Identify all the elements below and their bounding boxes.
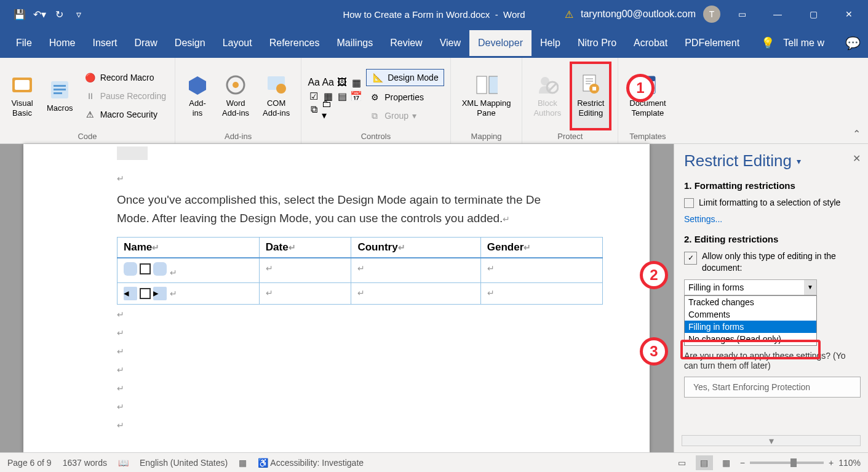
save-icon[interactable]: 💾 xyxy=(12,7,27,22)
column-header[interactable]: Date↵ xyxy=(259,237,351,258)
macro-icon[interactable]: ▦ xyxy=(239,458,247,468)
accessibility-indicator[interactable]: ♿ Accessibility: Investigate xyxy=(258,458,364,468)
zoom-in-icon[interactable]: + xyxy=(829,458,834,468)
spelling-icon[interactable]: 📖 xyxy=(118,458,129,468)
macros-button[interactable]: Macros xyxy=(42,62,78,130)
titlebar-right: ⚠ taryntong00@outlook.com T ▭ — ▢ ✕ xyxy=(565,2,868,26)
plaintext-control-icon[interactable]: Aa xyxy=(322,76,334,89)
allow-editing-checkbox[interactable]: ✓ xyxy=(684,252,697,265)
table-row[interactable]: ↵ ↵↵↵ xyxy=(117,258,603,283)
svg-rect-12 xyxy=(489,76,498,94)
settings-link[interactable]: Settings... xyxy=(684,214,861,224)
xml-mapping-button[interactable]: XML Mapping Pane xyxy=(457,62,516,130)
dropdown-control-icon[interactable]: ▤ xyxy=(336,90,348,102)
checkbox-content-control[interactable]: ◂▸ xyxy=(124,287,167,300)
warning-icon[interactable]: ⚠ xyxy=(565,9,573,20)
avatar[interactable]: T xyxy=(703,6,720,23)
table-row[interactable]: ◂▸ ↵ ↵↵↵ xyxy=(117,282,603,304)
ribbon-group-protect: Block Authors Restrict Editing Protect xyxy=(522,58,618,143)
minimize-icon[interactable]: — xyxy=(763,2,792,26)
zoom-level[interactable]: 110% xyxy=(838,458,861,468)
picture-control-icon[interactable]: 🖼 xyxy=(336,76,348,89)
panel-horizontal-scrollbar[interactable]: ▾ xyxy=(682,435,861,446)
editing-type-select[interactable]: Filling in forms ▼ xyxy=(684,279,817,295)
undo-icon[interactable]: ↶▾ xyxy=(32,7,47,22)
tab-review[interactable]: Review xyxy=(381,30,431,56)
macro-security-button[interactable]: ⚠Macro Security xyxy=(82,107,169,122)
tab-layout[interactable]: Layout xyxy=(214,30,261,56)
tab-insert[interactable]: Insert xyxy=(84,30,125,56)
tab-nitropro[interactable]: Nitro Pro xyxy=(569,30,625,56)
group-button[interactable]: ⧉Group ▾ xyxy=(366,108,444,123)
tab-draw[interactable]: Draw xyxy=(125,30,165,56)
user-email[interactable]: taryntong00@outlook.com xyxy=(581,9,696,20)
zoom-slider[interactable] xyxy=(750,462,824,464)
limit-formatting-checkbox[interactable] xyxy=(684,198,694,208)
design-mode-button[interactable]: 📐Design Mode xyxy=(366,69,444,86)
tab-acrobat[interactable]: Acrobat xyxy=(625,30,676,56)
com-addins-button[interactable]: COM Add-ins xyxy=(258,62,295,130)
read-mode-icon[interactable]: ▭ xyxy=(674,455,691,470)
tell-me-search[interactable]: Tell me w xyxy=(783,38,824,49)
annotation-1: 1 xyxy=(626,74,655,102)
maximize-icon[interactable]: ▢ xyxy=(799,2,827,26)
panel-close-icon[interactable]: ✕ xyxy=(853,153,861,164)
tab-mailings[interactable]: Mailings xyxy=(328,30,382,56)
close-icon[interactable]: ✕ xyxy=(835,2,863,26)
tab-references[interactable]: References xyxy=(261,30,328,56)
svg-point-10 xyxy=(276,84,286,94)
start-enforcing-button[interactable]: Yes, Start Enforcing Protection xyxy=(684,377,861,398)
properties-button[interactable]: ⚙Properties xyxy=(366,90,444,105)
web-layout-icon[interactable]: ▦ xyxy=(718,455,735,470)
chevron-down-icon[interactable]: ▼ xyxy=(804,280,816,295)
addins-button[interactable]: Add- ins xyxy=(181,62,213,130)
tab-view[interactable]: View xyxy=(431,30,469,56)
word-addins-button[interactable]: Word Add-ins xyxy=(217,62,254,130)
word-count[interactable]: 1637 words xyxy=(63,458,107,468)
ribbon: Visual Basic Macros 🔴Record Macro ⏸Pause… xyxy=(0,58,868,144)
visual-basic-button[interactable]: Visual Basic xyxy=(6,62,38,130)
document-scroll[interactable]: ↵ Once you've accomplished this, select … xyxy=(0,144,674,452)
collapse-ribbon-icon[interactable]: ⌃ xyxy=(853,128,861,140)
column-header[interactable]: Name↵ xyxy=(117,237,260,258)
group-label-addins: Add-ins xyxy=(181,130,295,141)
tab-home[interactable]: Home xyxy=(41,30,84,56)
legacy-control-icon[interactable]: 🗀▾ xyxy=(322,103,334,116)
form-table[interactable]: Name↵Date↵Country↵Gender↵ ↵ ↵↵↵ ◂▸ ↵ ↵↵↵ xyxy=(117,237,603,305)
dropdown-option[interactable]: Filling in forms xyxy=(685,321,816,333)
lightbulb-icon[interactable]: 💡 xyxy=(761,36,774,50)
annotation-3-box xyxy=(680,340,821,359)
redo-icon[interactable]: ↻ xyxy=(52,7,66,22)
tab-design[interactable]: Design xyxy=(166,30,214,56)
qa-dropdown-icon[interactable]: ▿ xyxy=(71,7,86,22)
checkbox-content-control[interactable] xyxy=(124,262,167,276)
print-layout-icon[interactable]: ▤ xyxy=(696,455,713,470)
column-header[interactable]: Country↵ xyxy=(351,237,480,258)
record-macro-button[interactable]: 🔴Record Macro xyxy=(82,70,169,85)
tab-pdfelement[interactable]: PDFelement xyxy=(676,30,748,56)
allow-editing-row[interactable]: ✓ Allow only this type of editing in the… xyxy=(684,250,861,274)
language-indicator[interactable]: English (United States) xyxy=(140,458,228,468)
zoom-out-icon[interactable]: − xyxy=(740,458,745,468)
repeating-control-icon[interactable]: ⧉ xyxy=(308,103,320,116)
limit-formatting-row[interactable]: Limit formatting to a selection of style xyxy=(684,197,861,209)
page-indicator[interactable]: Page 6 of 9 xyxy=(7,458,52,468)
dropdown-option[interactable]: Comments xyxy=(685,308,816,321)
checkbox-control-icon[interactable]: ☑ xyxy=(308,90,320,102)
tab-developer[interactable]: Developer xyxy=(469,30,532,56)
richtext-control-icon[interactable]: Aa xyxy=(308,76,320,89)
comments-icon[interactable]: 💬 xyxy=(845,36,861,50)
ribbon-display-icon[interactable]: ▭ xyxy=(728,2,756,26)
date-control-icon[interactable]: 📅 xyxy=(350,90,362,102)
tab-help[interactable]: Help xyxy=(532,30,569,56)
document-page: ↵ Once you've accomplished this, select … xyxy=(23,144,650,452)
editing-type-dropdown[interactable]: Tracked changesCommentsFilling in formsN… xyxy=(684,295,817,346)
tab-file[interactable]: File xyxy=(7,30,41,56)
document-paragraph[interactable]: Once you've accomplished this, select th… xyxy=(117,191,613,228)
building-block-control-icon[interactable]: ▦ xyxy=(350,76,362,89)
restrict-editing-button[interactable]: Restrict Editing xyxy=(570,62,611,130)
ribbon-group-controls: AaAa🖼▦ ☑▦▤📅 ⧉🗀▾ 📐Design Mode ⚙Properties… xyxy=(301,58,451,143)
block-authors-button: Block Authors xyxy=(528,62,566,130)
column-header[interactable]: Gender↵ xyxy=(480,237,602,258)
dropdown-option[interactable]: Tracked changes xyxy=(685,296,816,308)
